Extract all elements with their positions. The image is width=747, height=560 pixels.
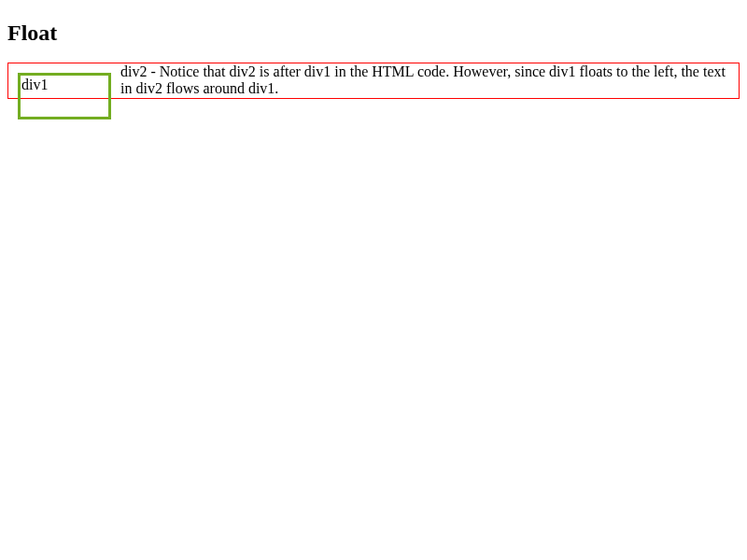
div2-text: div2 - Notice that div2 is after div1 in… [120, 63, 726, 96]
page-title: Float [7, 21, 740, 46]
div1-label: div1 [21, 77, 48, 92]
div1-float-box: div1 [18, 73, 111, 119]
div2-container: div1 div2 - Notice that div2 is after di… [7, 63, 740, 99]
